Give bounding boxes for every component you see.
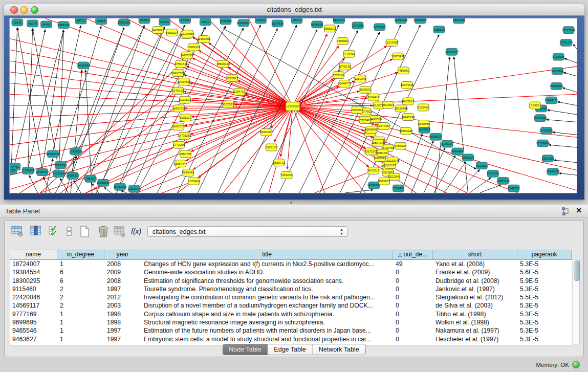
- citation-edge-black[interactable]: [345, 190, 373, 193]
- network-node[interactable]: 10025488: [394, 105, 408, 112]
- network-node[interactable]: 12103454: [536, 140, 550, 147]
- table-cell[interactable]: Nakamura et al. (1997): [433, 326, 517, 335]
- table-cell[interactable]: 49: [393, 260, 433, 268]
- table-cell[interactable]: 9699695: [10, 318, 57, 326]
- citation-edge-black[interactable]: [559, 173, 577, 175]
- citation-edge-black[interactable]: [435, 57, 450, 193]
- citation-edge-red[interactable]: [315, 171, 374, 193]
- network-node[interactable]: 1527602: [272, 20, 284, 27]
- import-table-icon[interactable]: [113, 225, 126, 238]
- network-node[interactable]: 21700326: [539, 127, 553, 135]
- close-panel-icon[interactable]: ✕: [576, 206, 582, 214]
- table-cell[interactable]: 0: [393, 277, 433, 285]
- table-row[interactable]: 911546021997Tourette syndrome. Phenomeno…: [10, 285, 572, 293]
- network-node[interactable]: 19245055: [546, 168, 560, 176]
- network-node[interactable]: 1275817: [226, 75, 238, 82]
- network-node[interactable]: 8131074: [333, 18, 345, 24]
- network-node[interactable]: 9245632: [508, 185, 519, 192]
- table-cell[interactable]: 1: [57, 318, 104, 326]
- network-node[interactable]: 18307223: [172, 105, 186, 112]
- table-cell[interactable]: 18300295: [10, 277, 57, 285]
- network-node[interactable]: 12754557: [177, 78, 190, 85]
- table-cell[interactable]: Structural magnetic resonance image aver…: [141, 318, 393, 326]
- table-row[interactable]: 977716911998Corpus callosum shape and si…: [10, 310, 572, 318]
- network-node[interactable]: 11568869: [21, 167, 35, 174]
- citation-edge-black[interactable]: [104, 187, 112, 193]
- citation-edge-black[interactable]: [120, 25, 185, 184]
- table-cell[interactable]: 2008: [104, 260, 141, 268]
- network-node[interactable]: 16044772: [338, 80, 351, 87]
- column-header[interactable]: year: [104, 250, 141, 259]
- network-node[interactable]: 1071191: [352, 22, 364, 29]
- network-node[interactable]: 20818: [96, 18, 107, 25]
- citation-edge-black[interactable]: [557, 102, 577, 105]
- table-cell[interactable]: 0: [393, 318, 433, 326]
- citation-edge-black[interactable]: [17, 28, 42, 169]
- table-cell[interactable]: Jankovic et al. (1997): [433, 285, 517, 293]
- table-cell[interactable]: 14569117: [10, 301, 57, 310]
- table-cell[interactable]: Hescheler et al. (1997): [433, 335, 517, 343]
- network-node[interactable]: 18367447: [173, 160, 187, 167]
- table-cell[interactable]: Estimation of the future numbers of pati…: [141, 326, 393, 335]
- table-cell[interactable]: 2: [57, 285, 104, 293]
- network-node[interactable]: 9377335: [222, 101, 234, 108]
- column-header[interactable]: pagerank: [517, 250, 572, 259]
- network-node[interactable]: 18414: [200, 18, 211, 26]
- table-cell[interactable]: Franke et al. (2009): [433, 268, 517, 276]
- network-node[interactable]: 10495: [180, 18, 191, 24]
- window-titlebar[interactable]: citations_edges.txt: [4, 4, 584, 16]
- citation-edge-black[interactable]: [444, 162, 466, 193]
- table-cell[interactable]: 9777169: [10, 310, 57, 318]
- citation-edge-black[interactable]: [11, 28, 17, 168]
- table-cell[interactable]: 0: [393, 326, 433, 335]
- network-node[interactable]: 9560738: [180, 150, 192, 158]
- network-node[interactable]: 10958167: [96, 179, 110, 186]
- table-cell[interactable]: 1: [57, 310, 104, 318]
- network-node[interactable]: 2867173: [172, 123, 185, 130]
- network-node[interactable]: 19495794: [401, 114, 415, 121]
- network-node[interactable]: 17359924: [69, 148, 83, 155]
- rows-icon[interactable]: [63, 225, 76, 238]
- table-cell[interactable]: 5.3E-5: [517, 285, 572, 293]
- network-node[interactable]: 29053346: [77, 62, 91, 69]
- table-row[interactable]: 946554611997Estimation of the future num…: [10, 326, 572, 335]
- table-cell[interactable]: 0: [393, 293, 433, 301]
- network-node[interactable]: 12254341: [394, 18, 408, 24]
- network-graph[interactable]: 1861616273904634355724187312081820691406…: [10, 18, 577, 193]
- table-cell[interactable]: Genome-wide association studies in ADHD.: [141, 268, 393, 276]
- network-node[interactable]: 9463822: [152, 27, 164, 34]
- network-node[interactable]: 12213967: [385, 39, 398, 47]
- network-node[interactable]: 9560731: [273, 159, 286, 166]
- citation-edge-black[interactable]: [60, 26, 101, 162]
- citation-edge-black[interactable]: [434, 156, 455, 193]
- network-node[interactable]: 10575255: [364, 148, 378, 155]
- citation-edge-black[interactable]: [546, 120, 577, 122]
- citation-edge-black[interactable]: [15, 30, 46, 164]
- table-row[interactable]: 946362711997Embryonic stem cells: a mode…: [10, 335, 572, 343]
- citation-edge-black[interactable]: [29, 175, 38, 193]
- network-node[interactable]: 12444151: [545, 97, 558, 104]
- network-node[interactable]: 39159: [10, 167, 17, 174]
- network-node[interactable]: 2321501: [179, 96, 191, 103]
- network-node[interactable]: 7485063: [398, 67, 410, 74]
- citation-edge-red[interactable]: [10, 106, 293, 175]
- citation-edge-black[interactable]: [562, 87, 577, 92]
- network-node[interactable]: 16273: [27, 20, 38, 27]
- table-cell[interactable]: 5.3E-5: [517, 310, 572, 318]
- table-cell[interactable]: 5.3E-5: [517, 301, 572, 310]
- network-node[interactable]: 7485063: [337, 38, 349, 45]
- network-node[interactable]: 10474457: [377, 123, 390, 130]
- delete-table-icon[interactable]: [97, 225, 110, 238]
- table-selector-dropdown[interactable]: citations_edges.txt ▲▼: [147, 226, 348, 237]
- citation-edge-black[interactable]: [552, 132, 577, 135]
- network-node[interactable]: 9474444: [451, 148, 464, 155]
- table-cell[interactable]: Changes of HCN gene expression and I(f) …: [141, 260, 393, 268]
- network-node[interactable]: 9227343: [552, 68, 564, 75]
- citation-edge-red[interactable]: [10, 106, 293, 130]
- network-node[interactable]: 16648784: [445, 48, 459, 55]
- network-node[interactable]: 8938923: [429, 133, 442, 140]
- network-node[interactable]: 1733426: [393, 185, 405, 192]
- network-node[interactable]: 7779402: [343, 50, 355, 57]
- table-cell[interactable]: Tibbo et al. (1998): [433, 310, 517, 318]
- network-node[interactable]: 22104086: [181, 30, 194, 37]
